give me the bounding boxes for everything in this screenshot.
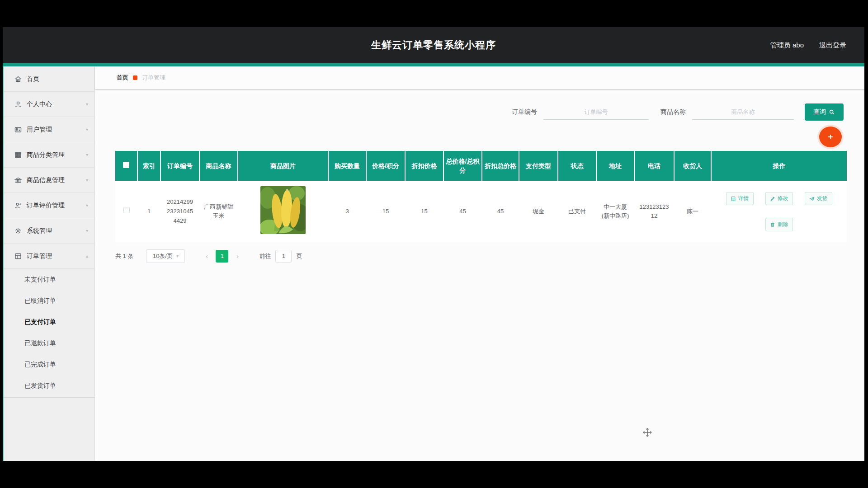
goto-suffix: 页 (296, 252, 302, 260)
add-button[interactable] (819, 127, 842, 147)
row-checkbox[interactable] (123, 207, 130, 213)
search-bar: 订单编号 商品名称 查询 (95, 103, 864, 121)
content: 订单编号 商品名称 查询 (95, 89, 864, 263)
cell-quantity: 3 (328, 181, 366, 243)
col-price: 价格/积分 (366, 151, 405, 181)
col-total-price: 总价格/总积分 (443, 151, 482, 181)
cell-phone: 12312312312 (634, 181, 674, 243)
col-product-name: 商品名称 (199, 151, 238, 181)
sidebar-subitem-unpaid-orders[interactable]: 未支付订单 (3, 269, 94, 290)
cell-product-image (238, 181, 328, 243)
mouse-move-cursor-icon (642, 427, 652, 437)
cell-product-name: 广西新鲜甜玉米 (199, 181, 238, 243)
pagination: 共 1 条 10条/页 ▾ ‹ 1 › 前往 页 (115, 249, 864, 263)
table-header-row: 索引 订单编号 商品名称 商品图片 购买数量 价格/积分 折扣价格 总价格/总积… (115, 151, 847, 181)
breadcrumb-separator-icon (133, 75, 137, 80)
chevron-down-icon: ▾ (176, 253, 179, 258)
col-receiver: 收货人 (674, 151, 711, 181)
sidebar-item-label: 订单管理 (27, 252, 52, 260)
sidebar-subitem-shipped-orders[interactable]: 已发货订单 (3, 375, 94, 396)
sidebar-item-orders[interactable]: 订单管理 ▴ (3, 244, 94, 269)
sidebar-divider (3, 397, 94, 398)
query-button[interactable]: 查询 (805, 103, 844, 121)
cell-price: 15 (366, 181, 405, 243)
detail-button[interactable]: 详情 (726, 192, 754, 205)
total-count: 共 1 条 (115, 252, 133, 260)
detail-icon (731, 196, 736, 202)
sidebar-item-order-review[interactable]: 订单评价管理 ▾ (3, 193, 94, 218)
table-row: 1 20214299232310454429 广西新鲜甜玉米 (115, 181, 847, 243)
grid-icon (14, 151, 22, 159)
order-no-label: 订单编号 (512, 108, 537, 116)
col-discount-price: 折扣价格 (405, 151, 443, 181)
col-status: 状态 (558, 151, 596, 181)
prev-page-button[interactable]: ‹ (200, 250, 213, 263)
delete-button[interactable]: 删除 (765, 218, 793, 231)
chevron-down-icon: ▾ (86, 203, 88, 208)
app-title: 生鲜云订单零售系统小程序 (3, 27, 864, 63)
select-all-header[interactable] (115, 151, 137, 181)
next-page-button[interactable]: › (231, 250, 244, 263)
main-area: 首页 订单管理 订单编号 商品名称 查询 (95, 66, 864, 461)
page-number-button[interactable]: 1 (216, 250, 228, 263)
corn-photo (260, 186, 306, 234)
gear-icon (14, 227, 22, 235)
edit-button[interactable]: 修改 (765, 192, 793, 205)
sidebar-item-users[interactable]: 用户管理 ▾ (3, 117, 94, 142)
sidebar-subitem-completed-orders[interactable]: 已完成订单 (3, 354, 94, 375)
product-name-input[interactable] (692, 104, 794, 120)
cell-order-no: 20214299232310454429 (160, 181, 199, 243)
user-icon (14, 101, 22, 108)
chevron-down-icon: ▾ (86, 127, 88, 132)
goto-page-input[interactable] (275, 250, 292, 263)
app-window: 生鲜云订单零售系统小程序 管理员 abo 退出登录 首页 个人中心 ▾ 用户管理… (3, 27, 864, 461)
sidebar-item-label: 个人中心 (27, 100, 52, 108)
sidebar-item-label: 用户管理 (27, 126, 52, 134)
breadcrumb-current: 订单管理 (142, 74, 165, 82)
ship-button[interactable]: 发货 (805, 192, 832, 205)
sidebar-item-home[interactable]: 首页 (3, 66, 94, 92)
sidebar: 首页 个人中心 ▾ 用户管理 ▾ 商品分类管理 ▾ 商品信息管理 ▾ (3, 66, 95, 461)
col-index: 索引 (137, 151, 160, 181)
cell-actions: 详情 修改 发货 (711, 181, 847, 243)
sidebar-subitem-refunded-orders[interactable]: 已退款订单 (3, 333, 94, 354)
sidebar-item-profile[interactable]: 个人中心 ▾ (3, 92, 94, 117)
sidebar-item-label: 商品信息管理 (27, 176, 65, 184)
chevron-down-icon: ▾ (86, 178, 88, 183)
cell-receiver: 陈一 (674, 181, 711, 243)
cell-index: 1 (137, 181, 160, 243)
col-order-no: 订单编号 (160, 151, 199, 181)
order-no-input[interactable] (543, 104, 649, 120)
sidebar-item-label: 首页 (27, 75, 39, 83)
bank-icon (14, 177, 22, 184)
admin-user-label[interactable]: 管理员 abo (770, 41, 804, 50)
chevron-down-icon: ▾ (86, 228, 88, 233)
top-header: 生鲜云订单零售系统小程序 管理员 abo 退出登录 (3, 27, 864, 63)
search-icon (829, 109, 835, 115)
breadcrumb: 首页 订单管理 (95, 66, 864, 89)
col-quantity: 购买数量 (328, 151, 366, 181)
product-name-label: 商品名称 (660, 108, 686, 116)
sidebar-item-label: 商品分类管理 (27, 151, 65, 159)
review-icon (14, 202, 22, 209)
sidebar-item-product-category[interactable]: 商品分类管理 ▾ (3, 142, 94, 168)
id-card-icon (14, 126, 22, 133)
breadcrumb-home[interactable]: 首页 (117, 74, 128, 82)
logout-link[interactable]: 退出登录 (819, 41, 846, 50)
sidebar-subitem-cancelled-orders[interactable]: 已取消订单 (3, 290, 94, 311)
col-product-image: 商品图片 (238, 151, 328, 181)
col-actions: 操作 (711, 151, 847, 181)
screen: 生鲜云订单零售系统小程序 管理员 abo 退出登录 首页 个人中心 ▾ 用户管理… (0, 0, 868, 488)
delete-icon (770, 222, 775, 227)
add-icon (827, 133, 834, 141)
page-size-select[interactable]: 10条/页 ▾ (146, 249, 185, 263)
sidebar-item-label: 系统管理 (27, 227, 52, 235)
cell-discount-total: 45 (482, 181, 519, 243)
goto-label: 前往 (259, 252, 271, 260)
sidebar-item-system[interactable]: 系统管理 ▾ (3, 218, 94, 244)
col-address: 地址 (596, 151, 634, 181)
order-list-icon (14, 253, 22, 260)
select-all-checkbox[interactable] (123, 162, 129, 168)
sidebar-item-product-info[interactable]: 商品信息管理 ▾ (3, 168, 94, 193)
sidebar-subitem-paid-orders[interactable]: 已支付订单 (3, 311, 94, 333)
